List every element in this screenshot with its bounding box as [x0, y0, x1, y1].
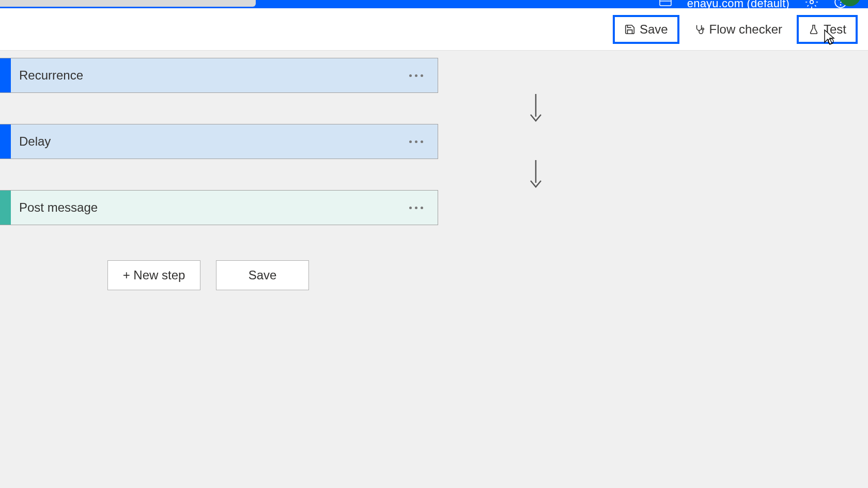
svg-point-4	[840, 5, 841, 5]
more-icon[interactable]	[406, 71, 426, 80]
more-icon[interactable]	[406, 137, 426, 146]
more-icon[interactable]	[406, 203, 426, 212]
flow-canvas: Recurrence Delay Post message + New step	[0, 51, 868, 290]
svg-point-2	[810, 1, 814, 4]
flask-icon	[808, 24, 819, 35]
step-accent	[0, 124, 11, 159]
flow-checker-button[interactable]: Flow checker	[685, 17, 792, 42]
new-step-button[interactable]: + New step	[107, 260, 200, 290]
connector-arrow	[204, 159, 868, 190]
step-accent	[0, 58, 11, 92]
step-title: Delay	[19, 134, 51, 149]
step-title: Post message	[19, 200, 98, 215]
stethoscope-icon	[694, 24, 705, 35]
cursor-icon	[822, 29, 836, 46]
search-field[interactable]	[0, 0, 256, 7]
flow-step-recurrence[interactable]: Recurrence	[0, 58, 438, 93]
action-toolbar: Save Flow checker Test	[0, 8, 868, 51]
step-accent	[0, 191, 11, 225]
canvas-save-button[interactable]: Save	[216, 260, 309, 290]
save-label: Save	[640, 22, 668, 37]
header-bar: enayu.com (default)	[0, 0, 868, 8]
svg-point-5	[702, 28, 704, 30]
connector-arrow	[204, 93, 868, 124]
settings-icon[interactable]	[805, 0, 818, 12]
save-icon	[624, 24, 636, 35]
save-button[interactable]: Save	[613, 15, 679, 44]
step-title: Recurrence	[19, 68, 83, 83]
flow-step-delay[interactable]: Delay	[0, 124, 438, 159]
flow-step-post-message[interactable]: Post message	[0, 190, 438, 225]
tenant-label[interactable]: enayu.com (default)	[687, 0, 789, 10]
flow-checker-label: Flow checker	[709, 22, 782, 37]
environments-icon[interactable]	[659, 0, 672, 10]
